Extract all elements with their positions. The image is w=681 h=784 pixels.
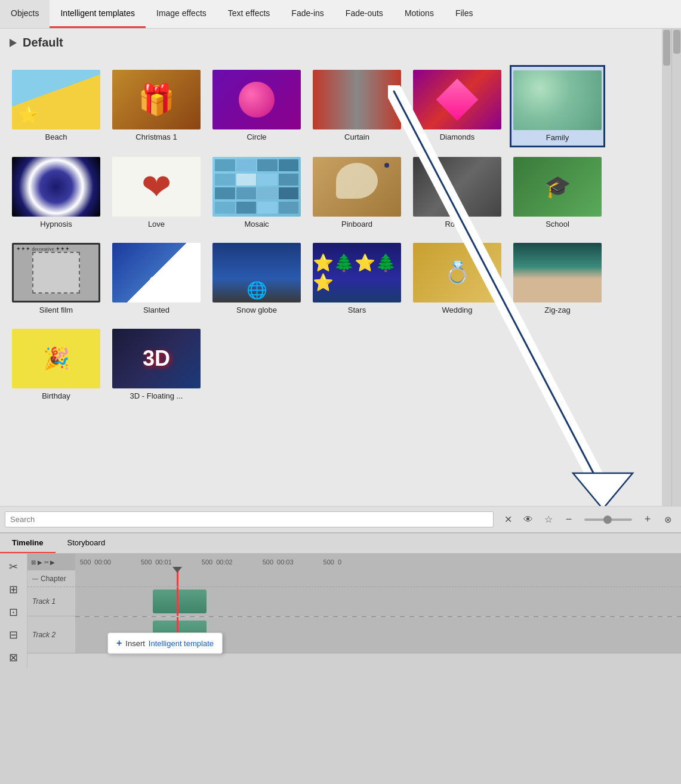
playhead-handle[interactable] bbox=[172, 567, 182, 573]
nav-fade-outs[interactable]: Fade-outs bbox=[335, 0, 394, 28]
nav-image-effects[interactable]: Image effects bbox=[146, 0, 217, 28]
template-snowglobe-label: Snow globe bbox=[236, 305, 277, 314]
track1-playhead bbox=[177, 587, 178, 616]
template-pinboard[interactable]: Pinboard bbox=[309, 152, 405, 233]
chapter-row: — Chapter bbox=[27, 570, 681, 587]
timeline-tabs: Timeline Storyboard bbox=[0, 533, 681, 554]
template-3d[interactable]: 3D 3D - Floating ... bbox=[109, 324, 204, 405]
playhead[interactable] bbox=[177, 570, 178, 587]
nav-objects[interactable]: Objects bbox=[0, 0, 50, 28]
template-slanted[interactable]: Slanted bbox=[109, 238, 204, 319]
scrollbar-thumb[interactable] bbox=[663, 30, 670, 66]
track-2-label: Track 2 bbox=[27, 631, 75, 639]
template-routes-label: Routes bbox=[445, 220, 469, 229]
panel-scrollbar-thumb[interactable] bbox=[673, 30, 680, 54]
template-love-label: Love bbox=[148, 220, 165, 229]
slider-thumb[interactable] bbox=[603, 516, 612, 524]
template-family-label: Family bbox=[546, 133, 569, 142]
template-school[interactable]: 🎓 School bbox=[510, 152, 605, 233]
template-wedding-label: Wedding bbox=[442, 305, 472, 314]
zoom-slider[interactable] bbox=[584, 518, 632, 521]
template-beach-label: Beach bbox=[45, 132, 67, 141]
section-header: Default bbox=[0, 29, 671, 57]
tool-scissors[interactable]: ✂ bbox=[3, 556, 24, 578]
svg-marker-3 bbox=[573, 473, 633, 506]
template-christmas[interactable]: 🎁 Christmas 1 bbox=[109, 65, 204, 147]
timeline-body: ✂ ⊞ ⊡ ⊟ ⊠ ⊠ ▶ ✂ ▶ 500 00:00 500 00:01 50… bbox=[0, 554, 681, 668]
template-diamonds[interactable]: Diamonds bbox=[409, 65, 505, 147]
close-icon[interactable]: ✕ bbox=[500, 511, 516, 528]
template-wedding[interactable]: 💍 Wedding bbox=[409, 238, 505, 319]
nav-files[interactable]: Files bbox=[445, 0, 484, 28]
timeline-section: Timeline Storyboard ✂ ⊞ ⊡ ⊟ ⊠ ⊠ ▶ ✂ ▶ 50… bbox=[0, 532, 681, 654]
nav-motions[interactable]: Motions bbox=[394, 0, 445, 28]
template-birthday-label: Birthday bbox=[42, 391, 70, 400]
template-circle-label: Circle bbox=[246, 132, 266, 141]
template-family[interactable]: Family bbox=[510, 65, 605, 147]
insert-tooltip: + Insert Intelligent template bbox=[107, 632, 223, 654]
track-1-clip[interactable] bbox=[153, 589, 207, 613]
template-birthday[interactable]: 🎉 Birthday bbox=[8, 324, 104, 405]
template-beach[interactable]: ⭐ Beach bbox=[8, 65, 104, 147]
template-mosaic-label: Mosaic bbox=[244, 220, 269, 229]
track-1-label: Track 1 bbox=[27, 597, 75, 606]
search-bar: ✕ 👁 ☆ − + ⊗ bbox=[0, 506, 681, 532]
section-title: Default bbox=[23, 36, 63, 50]
template-zigzag-label: Zig-zag bbox=[544, 305, 570, 314]
eye-icon[interactable]: 👁 bbox=[520, 511, 537, 528]
time-ruler: ⊠ ▶ ✂ ▶ 500 00:00 500 00:01 500 00:02 50… bbox=[27, 554, 681, 570]
tool-grid4[interactable]: ⊠ bbox=[3, 647, 24, 668]
nav-text-effects[interactable]: Text effects bbox=[217, 0, 281, 28]
insert-text-blue: Intelligent template bbox=[149, 639, 214, 648]
star-icon[interactable]: ☆ bbox=[540, 511, 557, 528]
timeline-tools-sidebar: ✂ ⊞ ⊡ ⊟ ⊠ bbox=[0, 554, 27, 668]
insert-text-main: Insert bbox=[125, 639, 145, 648]
template-silentfilm[interactable]: ✦✦✦ decorative ✦✦✦ Silent film bbox=[8, 238, 104, 319]
template-hypnosis-label: Hypnosis bbox=[40, 220, 72, 229]
template-circle[interactable]: Circle bbox=[209, 65, 304, 147]
top-navigation: Objects Intelligent templates Image effe… bbox=[0, 0, 681, 29]
insert-plus-icon: + bbox=[116, 638, 122, 649]
template-school-label: School bbox=[546, 220, 569, 229]
template-silentfilm-label: Silent film bbox=[39, 305, 73, 314]
search-icons: ✕ 👁 ☆ − + ⊗ bbox=[500, 511, 676, 528]
tab-storyboard[interactable]: Storyboard bbox=[56, 533, 118, 553]
right-panel-scrollbar bbox=[671, 29, 681, 506]
template-curtain-label: Curtain bbox=[344, 132, 369, 141]
nav-fade-ins[interactable]: Fade-ins bbox=[281, 0, 334, 28]
template-mosaic[interactable]: Mosaic bbox=[209, 152, 304, 233]
template-snowglobe[interactable]: 🌐 Snow globe bbox=[209, 238, 304, 319]
nav-intelligent-templates[interactable]: Intelligent templates bbox=[50, 0, 146, 28]
template-routes[interactable]: Routes bbox=[409, 152, 505, 233]
template-pinboard-label: Pinboard bbox=[341, 220, 372, 229]
template-zigzag[interactable]: Zig-zag bbox=[510, 238, 605, 319]
template-slanted-label: Slanted bbox=[143, 305, 170, 314]
search-input[interactable] bbox=[5, 511, 494, 527]
tool-grid3[interactable]: ⊟ bbox=[3, 624, 24, 646]
tool-grid2[interactable]: ⊡ bbox=[3, 601, 24, 623]
tool-grid1[interactable]: ⊞ bbox=[3, 579, 24, 600]
collapse-icon[interactable] bbox=[10, 39, 17, 47]
settings-icon[interactable]: ⊗ bbox=[660, 511, 676, 528]
template-christmas-label: Christmas 1 bbox=[135, 132, 177, 141]
tab-timeline[interactable]: Timeline bbox=[0, 533, 56, 553]
template-curtain[interactable]: Curtain bbox=[309, 65, 405, 147]
templates-grid: ⭐ Beach 🎁 Christmas 1 Circle Curtain bbox=[0, 57, 671, 419]
scrollbar[interactable] bbox=[662, 29, 671, 506]
template-diamonds-label: Diamonds bbox=[440, 132, 475, 141]
template-3d-label: 3D - Floating ... bbox=[130, 391, 183, 400]
track-1-row: Track 1 bbox=[27, 587, 681, 616]
chapter-area bbox=[75, 570, 681, 587]
zoom-in-icon[interactable]: + bbox=[639, 511, 656, 528]
template-hypnosis[interactable]: Hypnosis bbox=[8, 152, 104, 233]
zoom-out-icon[interactable]: − bbox=[560, 511, 577, 528]
template-love[interactable]: ❤ Love bbox=[109, 152, 204, 233]
template-stars-label: Stars bbox=[348, 305, 366, 314]
template-stars[interactable]: ⭐🌲⭐🌲⭐ Stars bbox=[309, 238, 405, 319]
chapter-label: Chapter bbox=[41, 575, 66, 583]
track-1-area[interactable] bbox=[75, 587, 681, 616]
templates-panel: Default ⭐ Beach 🎁 Christmas 1 bbox=[0, 29, 671, 506]
